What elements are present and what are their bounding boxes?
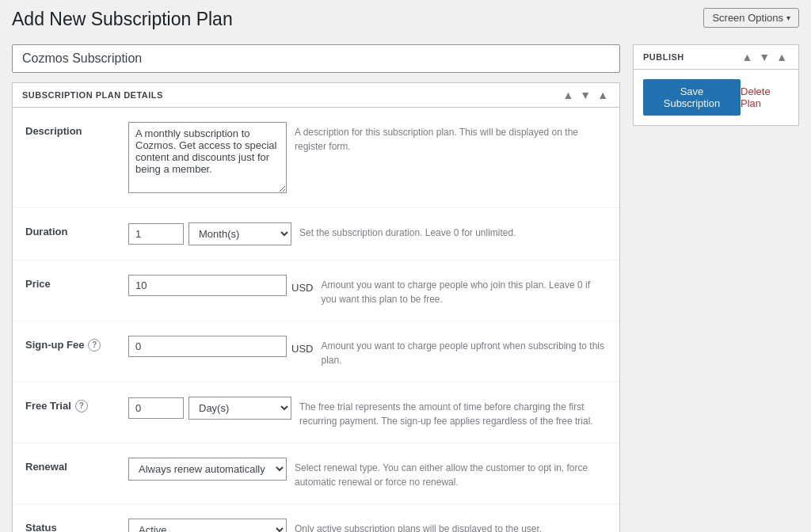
free-trial-help-icon[interactable]: ? xyxy=(75,400,88,412)
free-trial-field: Day(s) Week(s) Month(s) Year(s) The free… xyxy=(128,397,607,428)
description-row: Description A monthly subscription to Co… xyxy=(13,108,619,208)
status-hint: Only active subscription plans will be d… xyxy=(295,519,607,532)
price-inputs: USD xyxy=(128,275,313,296)
panel-down-button[interactable]: ▼ xyxy=(578,89,592,101)
description-field: A monthly subscription to Cozmos. Get ac… xyxy=(128,122,607,193)
signup-fee-row: Sign-up Fee ? USD Amount you want to cha… xyxy=(13,321,619,382)
renewal-label: Renewal xyxy=(25,458,128,473)
panel-body: Description A monthly subscription to Co… xyxy=(13,108,619,532)
renewal-select[interactable]: Always renew automatically Allow custome… xyxy=(128,458,287,481)
status-row: Status Active Inactive Only active subsc… xyxy=(13,504,619,532)
signup-fee-hint: Amount you want to charge people upfront… xyxy=(321,336,607,367)
free-trial-label: Free Trial ? xyxy=(25,397,128,412)
signup-fee-field: USD Amount you want to charge people upf… xyxy=(128,336,607,367)
price-hint: Amount you want to charge people who joi… xyxy=(321,275,607,306)
duration-number-input[interactable] xyxy=(128,223,184,245)
duration-label: Duration xyxy=(25,222,128,238)
renewal-row: Renewal Always renew automatically Allow… xyxy=(13,443,619,504)
price-input[interactable] xyxy=(128,275,287,296)
panel-controls: ▲ ▼ ▲ xyxy=(561,89,610,101)
price-label: Price xyxy=(25,275,128,290)
renewal-hint: Select renewal type. You can either allo… xyxy=(295,458,607,489)
publish-box: PUBLISH ▲ ▼ ▲ Save Subscription Delete P… xyxy=(633,44,799,126)
publish-header: PUBLISH ▲ ▼ ▲ xyxy=(634,45,798,70)
free-trial-row: Free Trial ? Day(s) Week(s) Month(s) Ye xyxy=(13,382,619,443)
signup-fee-label: Sign-up Fee ? xyxy=(25,336,128,352)
panel-header: SUBSCRIPTION PLAN DETAILS ▲ ▼ ▲ xyxy=(13,83,619,108)
publish-body: Save Subscription Delete Plan xyxy=(634,70,798,125)
publish-column: PUBLISH ▲ ▼ ▲ Save Subscription Delete P… xyxy=(633,44,799,126)
subscription-title-input[interactable] xyxy=(12,44,620,73)
page-title: Add New Subscription Plan xyxy=(12,8,233,32)
publish-down-button[interactable]: ▼ xyxy=(757,51,771,63)
panel-up-button[interactable]: ▲ xyxy=(561,89,575,101)
subscription-panel: SUBSCRIPTION PLAN DETAILS ▲ ▼ ▲ Descript… xyxy=(12,82,620,532)
description-hint: A description for this subscription plan… xyxy=(295,122,607,154)
free-trial-number-input[interactable] xyxy=(128,397,184,419)
description-textarea[interactable]: A monthly subscription to Cozmos. Get ac… xyxy=(128,122,287,193)
panel-collapse-button[interactable]: ▲ xyxy=(596,89,610,101)
publish-up-button[interactable]: ▲ xyxy=(740,51,754,63)
price-row: Price USD Amount you want to charge peop… xyxy=(13,260,619,321)
signup-fee-inputs: USD xyxy=(128,336,313,357)
save-subscription-button[interactable]: Save Subscription xyxy=(643,79,741,116)
free-trial-unit-select[interactable]: Day(s) Week(s) Month(s) Year(s) xyxy=(188,397,291,420)
publish-collapse-button[interactable]: ▲ xyxy=(775,51,789,63)
panel-title: SUBSCRIPTION PLAN DETAILS xyxy=(22,90,163,100)
status-field: Active Inactive Only active subscription… xyxy=(128,519,607,532)
duration-inputs: Day(s) Week(s) Month(s) Year(s) xyxy=(128,222,291,245)
status-label: Status xyxy=(25,519,128,532)
signup-fee-input[interactable] xyxy=(128,336,287,357)
duration-row: Duration Day(s) Week(s) Month(s) Year(s) xyxy=(13,208,619,260)
publish-header-controls: ▲ ▼ ▲ xyxy=(740,51,789,63)
signup-fee-help-icon[interactable]: ? xyxy=(88,339,101,352)
delete-plan-link[interactable]: Delete Plan xyxy=(741,86,789,109)
status-select[interactable]: Active Inactive xyxy=(128,519,287,532)
free-trial-inputs: Day(s) Week(s) Month(s) Year(s) xyxy=(128,397,291,420)
description-label: Description xyxy=(25,122,128,137)
free-trial-hint: The free trial represents the amount of … xyxy=(299,397,607,428)
price-field: USD Amount you want to charge people who… xyxy=(128,275,607,306)
price-currency: USD xyxy=(291,277,313,294)
publish-title: PUBLISH xyxy=(643,52,684,62)
screen-options-button[interactable]: Screen Options xyxy=(703,8,799,28)
duration-hint: Set the subscription duration. Leave 0 f… xyxy=(299,222,607,240)
duration-field: Day(s) Week(s) Month(s) Year(s) Set the … xyxy=(128,222,607,245)
renewal-field: Always renew automatically Allow custome… xyxy=(128,458,607,489)
signup-fee-currency: USD xyxy=(291,338,313,355)
duration-unit-select[interactable]: Day(s) Week(s) Month(s) Year(s) xyxy=(188,222,291,245)
